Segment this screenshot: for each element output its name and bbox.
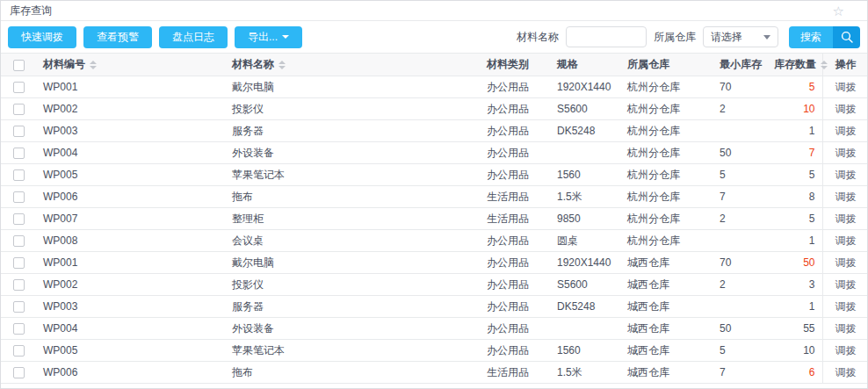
column-header-name[interactable]: 材料名称 (232, 58, 274, 70)
sort-icon[interactable] (821, 61, 828, 69)
cell-material-name: 投影仪 (225, 274, 480, 296)
view-alerts-button[interactable]: 查看预警 (83, 26, 152, 48)
stocktake-log-label: 盘点日志 (172, 30, 214, 45)
row-checkbox[interactable] (13, 323, 25, 335)
sort-icon[interactable] (90, 61, 97, 69)
cell-quantity: 5 (767, 76, 822, 98)
column-header-category: 材料类别 (487, 58, 529, 70)
cell-material-code: WP004 (36, 142, 225, 164)
row-checkbox[interactable] (13, 104, 25, 115)
row-checkbox[interactable] (13, 148, 25, 159)
cell-warehouse: 城西仓库 (620, 252, 712, 274)
cell-spec: 圆桌 (550, 230, 620, 252)
cell-min-stock: 70 (712, 76, 767, 98)
table-row: WP005 苹果笔记本 办公用品 1560 城西仓库 5 10 调拨 (1, 340, 867, 362)
cell-material-code: WP002 (36, 98, 225, 120)
cell-quantity: 1 (767, 230, 822, 252)
cell-min-stock (712, 120, 767, 142)
cell-material-code: WP008 (36, 230, 225, 252)
cell-warehouse: 杭州分仓库 (620, 120, 712, 142)
column-header-warehouse: 所属仓库 (627, 58, 669, 70)
chevron-down-icon (763, 35, 770, 40)
cell-material-name: 会议桌 (225, 230, 480, 252)
export-label: 导出... (248, 30, 278, 45)
cell-spec: 9850 (550, 208, 620, 230)
transfer-link[interactable]: 调拨 (835, 191, 857, 203)
cell-category: 办公用品 (480, 274, 550, 296)
cell-warehouse: 城西仓库 (620, 340, 712, 362)
cell-min-stock: 7 (712, 362, 767, 384)
cell-warehouse: 城西仓库 (620, 318, 712, 340)
cell-warehouse: 城西仓库 (620, 296, 712, 318)
search-button[interactable]: 搜索 (789, 26, 860, 48)
cell-material-code: WP007 (36, 208, 225, 230)
cell-material-name: 拖布 (225, 362, 480, 384)
transfer-link[interactable]: 调拨 (835, 234, 857, 247)
cell-spec (550, 142, 620, 164)
sort-icon[interactable] (278, 61, 286, 69)
cell-material-code: WP003 (36, 296, 225, 318)
transfer-link[interactable]: 调拨 (835, 322, 857, 335)
cell-spec: 1920X1440 (550, 76, 620, 98)
material-name-input[interactable] (566, 26, 647, 47)
row-checkbox[interactable] (13, 191, 25, 203)
row-checkbox[interactable] (13, 82, 25, 93)
row-checkbox[interactable] (13, 367, 25, 378)
cell-warehouse: 城西仓库 (620, 362, 712, 384)
cell-spec: 1.5米 (550, 186, 620, 208)
warehouse-label: 所属仓库 (654, 30, 696, 45)
favorite-star-icon[interactable]: ☆ (833, 4, 844, 18)
cell-category: 生活用品 (480, 186, 550, 208)
cell-spec: 1.5米 (550, 362, 620, 384)
table-row: WP003 服务器 办公用品 DK5248 杭州分仓库 1 调拨 (1, 120, 867, 142)
transfer-link[interactable]: 调拨 (835, 169, 857, 181)
transfer-link[interactable]: 调拨 (835, 125, 857, 137)
row-checkbox[interactable] (13, 345, 25, 357)
view-alerts-label: 查看预警 (97, 30, 139, 45)
material-name-label: 材料名称 (517, 30, 559, 45)
transfer-link[interactable]: 调拨 (835, 147, 857, 159)
table-row: WP002 投影仪 办公用品 S5600 城西仓库 2 3 调拨 (1, 274, 867, 296)
row-checkbox[interactable] (13, 257, 25, 269)
table-row: WP007 整理柜 生活用品 9850 杭州分仓库 2 5 调拨 (1, 208, 867, 230)
cell-material-name: 整理柜 (225, 208, 480, 230)
row-checkbox[interactable] (13, 235, 25, 247)
stocktake-log-button[interactable]: 盘点日志 (159, 26, 228, 48)
row-checkbox[interactable] (13, 126, 25, 137)
cell-material-name: 投影仪 (225, 98, 480, 120)
cell-material-name: 外设装备 (225, 142, 480, 164)
page-title: 库存查询 (10, 4, 52, 18)
toolbar: 快速调拨 查看预警 盘点日志 导出... 材料名称 所属仓库 请选择 搜索 (1, 21, 867, 53)
row-checkbox[interactable] (13, 279, 25, 291)
warehouse-select[interactable]: 请选择 (703, 26, 778, 47)
quick-transfer-button[interactable]: 快速调拨 (8, 26, 76, 48)
row-checkbox[interactable] (13, 213, 25, 225)
cell-min-stock: 50 (712, 318, 767, 340)
row-checkbox[interactable] (13, 169, 25, 181)
transfer-link[interactable]: 调拨 (835, 300, 857, 313)
column-header-code[interactable]: 材料编号 (43, 58, 85, 70)
column-header-quantity[interactable]: 库存数量 (774, 58, 816, 70)
cell-material-code: WP006 (36, 186, 225, 208)
transfer-link[interactable]: 调拨 (835, 213, 857, 225)
cell-min-stock (712, 296, 767, 318)
cell-material-name: 戴尔电脑 (225, 252, 480, 274)
row-checkbox[interactable] (13, 301, 25, 313)
export-dropdown-button[interactable]: 导出... (235, 26, 302, 48)
transfer-link[interactable]: 调拨 (835, 278, 857, 291)
select-all-checkbox[interactable] (13, 60, 25, 71)
transfer-link[interactable]: 调拨 (835, 103, 857, 115)
transfer-link[interactable]: 调拨 (835, 256, 857, 269)
cell-min-stock (712, 230, 767, 252)
cell-category: 办公用品 (480, 98, 550, 120)
cell-min-stock: 2 (712, 98, 767, 120)
transfer-link[interactable]: 调拨 (835, 81, 857, 93)
transfer-link[interactable]: 调拨 (835, 344, 857, 357)
cell-material-code: WP006 (36, 362, 225, 384)
cell-material-code: WP002 (36, 274, 225, 296)
cell-material-name: 服务器 (225, 296, 480, 318)
transfer-link[interactable]: 调拨 (835, 366, 857, 378)
cell-spec: DK5248 (550, 296, 620, 318)
cell-category: 办公用品 (480, 76, 550, 98)
cell-min-stock: 5 (712, 164, 767, 186)
